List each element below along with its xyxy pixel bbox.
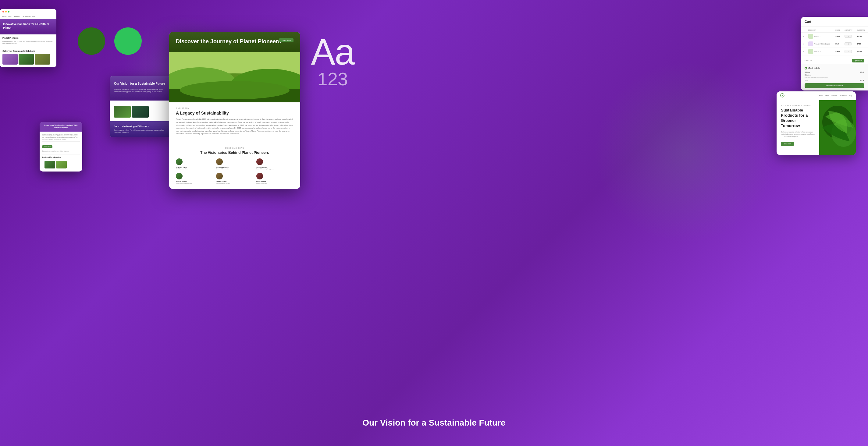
- left-panel-section: Planet Pioneers Planet Pioneers was foun…: [0, 34, 56, 48]
- nav-link: Blog: [32, 15, 35, 18]
- col-subtotal: SUBTOTAL: [855, 28, 868, 33]
- mlp-section: [110, 100, 171, 121]
- cart-row-2: × Product 2 (Size: Large) $7.00 $7.00: [801, 40, 868, 48]
- product-price-2: $7.00: [834, 40, 843, 48]
- remove-btn-1[interactable]: ×: [803, 35, 804, 37]
- mobile-section: Get Involved: [42, 141, 80, 149]
- gallery-image-2: [19, 54, 34, 65]
- mc-team-title: The Visionaries Behind Planet Pioneers: [176, 151, 293, 155]
- left-screenshot-panel: Home About Products Get Involved Blog In…: [0, 9, 56, 67]
- team-member-5: Rachel Adams Communications Manager: [216, 173, 253, 184]
- pc-shop-btn[interactable]: Shop Now: [781, 142, 794, 146]
- svg-text:P: P: [782, 94, 783, 97]
- mobile-btn[interactable]: Get Involved: [42, 145, 53, 148]
- member-title-3: Head of Community Engagement: [256, 168, 274, 170]
- avatar-5: [216, 173, 223, 180]
- mobile-content: Becoming a part of the Planet Pioneers m…: [40, 132, 82, 172]
- mc-story: OUR STORY A Legacy of Sustainability Pla…: [169, 102, 300, 142]
- product-name-3: Product 3: [814, 51, 820, 53]
- mc-team-grid: Dr. Emily Carter Chief Executive Officer…: [176, 158, 293, 184]
- subtotal-label: Subtotal: [805, 71, 810, 73]
- shipping-label: Shipping: [805, 74, 810, 76]
- member-title-5: Communications Manager: [216, 183, 230, 184]
- swatch-bright-green: [114, 27, 142, 55]
- avatar-6: [256, 173, 263, 180]
- team-member-3: Samantha Lee Head of Community Engagemen…: [256, 158, 293, 170]
- mc-hero: Discover the Journey of Planet Pioneers …: [169, 32, 300, 52]
- member-title-4: Lead Environmental Scientist: [176, 183, 192, 184]
- proceed-checkout-btn[interactable]: Proceed to checkout: [805, 83, 864, 88]
- totals-icon: [805, 67, 807, 69]
- qty-input-3[interactable]: [844, 50, 852, 53]
- swatch-dark-green: [78, 27, 105, 55]
- qty-input-2[interactable]: [844, 42, 852, 45]
- typography-numbers: 123: [311, 70, 354, 88]
- col-product: PRODUCT: [806, 28, 834, 33]
- mc-story-title: A Legacy of Sustainability: [176, 110, 293, 116]
- mlp-hero: Our Vision for a Sustainable Future At P…: [110, 76, 171, 100]
- color-swatches-container: [78, 27, 142, 55]
- nav-link: Get Involved: [22, 15, 30, 18]
- subtotal-row: Subtotal $43.00: [805, 71, 864, 73]
- member-title-6: Project Coordinator: [256, 183, 267, 184]
- shipping-info: Enter your address to view shipping opti…: [805, 77, 864, 78]
- pc-label: SUSTAINABLE & FRIENDLY BRAND: [781, 104, 815, 106]
- typography-letters: Aa: [311, 33, 354, 70]
- left-panel-header: [0, 9, 56, 14]
- team-member-6: David Wilson Project Coordinator: [256, 173, 293, 184]
- gallery-image-3: [35, 54, 50, 65]
- cart-footer: Clear Cart Update Cart: [801, 57, 868, 64]
- avatar-1: [176, 158, 183, 165]
- remove-btn-3[interactable]: ×: [803, 51, 804, 53]
- nav-home[interactable]: Home: [819, 95, 823, 97]
- gallery-title: Gallery of Sustainable Solutions: [0, 48, 56, 54]
- mid-left-screenshot-panel: Our Vision for a Sustainable Future At P…: [110, 76, 171, 137]
- cart-items-table: PRODUCT PRICE QUANTITY SUBTOTAL × Produc…: [801, 28, 868, 56]
- brand-icon: P: [780, 93, 784, 97]
- cart-totals: Cart totals Subtotal $43.00 Shipping Ent…: [801, 64, 868, 91]
- qty-input-1[interactable]: [844, 35, 852, 38]
- mlp-gallery-img-2: [132, 106, 149, 118]
- pc-nav-logo: P: [780, 93, 784, 98]
- total-label: Total: [805, 79, 808, 81]
- product-thumb-2: [808, 41, 813, 46]
- avatar-3: [256, 158, 263, 165]
- pc-content: SUSTAINABLE & FRIENDLY BRAND Sustainable…: [777, 100, 856, 155]
- col-price: PRICE: [834, 28, 843, 33]
- gallery-image-1: [2, 54, 18, 65]
- explore-label: Explore More Insights: [42, 156, 80, 158]
- bottom-page-text: Our Vision for a Sustainable Future: [0, 418, 868, 428]
- team-member-4: Michael Brown Lead Environmental Scienti…: [176, 173, 213, 184]
- team-member-2: Johnathan Smith Director of Conservation: [216, 158, 253, 170]
- product-subtotal-3: $24.00: [855, 48, 868, 56]
- col-remove: [801, 28, 806, 33]
- avatar-4: [176, 173, 183, 180]
- total-row: Total $43.00: [805, 79, 864, 81]
- cart-row-3: × Product 3 $24.00 $24.00: [801, 48, 868, 56]
- nav-products[interactable]: Products: [831, 95, 837, 97]
- product-price-3: $24.00: [834, 48, 843, 56]
- mc-hero-btn[interactable]: Learn More: [279, 38, 293, 42]
- nav-link: About: [8, 15, 12, 18]
- product-thumb-1: [808, 34, 813, 39]
- left-section-text: Planet Pioneers was founded with a visio…: [2, 40, 54, 45]
- remove-btn-2[interactable]: ×: [803, 43, 804, 45]
- mlp-join: Join Us in Making a Difference Becoming …: [110, 121, 171, 137]
- mlp-gallery-img-1: [114, 106, 131, 118]
- update-cart-btn[interactable]: Update Cart: [852, 59, 864, 62]
- mlp-gallery: [114, 106, 166, 118]
- pc-nav-links: Home About Products Get Involved Blog: [819, 95, 852, 97]
- pc-text: SUSTAINABLE & FRIENDLY BRAND Sustainable…: [777, 100, 819, 155]
- mlp-hero-title: Our Vision for a Sustainable Future: [114, 82, 166, 86]
- mobile-header: Learn How You Can Get Involved With Plan…: [40, 122, 82, 132]
- mobile-small-text: Join us today and be part of the change.: [42, 150, 80, 152]
- window-dot-green: [8, 11, 9, 12]
- shipping-row: Shipping: [805, 74, 864, 76]
- nav-blog[interactable]: Blog: [849, 95, 852, 97]
- nav-get-involved[interactable]: Get Involved: [839, 95, 847, 97]
- gallery-images: [0, 54, 56, 67]
- nav-about[interactable]: About: [825, 95, 829, 97]
- mobile-images: [42, 160, 80, 170]
- left-panel-nav: Home About Products Get Involved Blog: [0, 14, 56, 19]
- clear-cart-btn[interactable]: Clear Cart: [805, 60, 812, 62]
